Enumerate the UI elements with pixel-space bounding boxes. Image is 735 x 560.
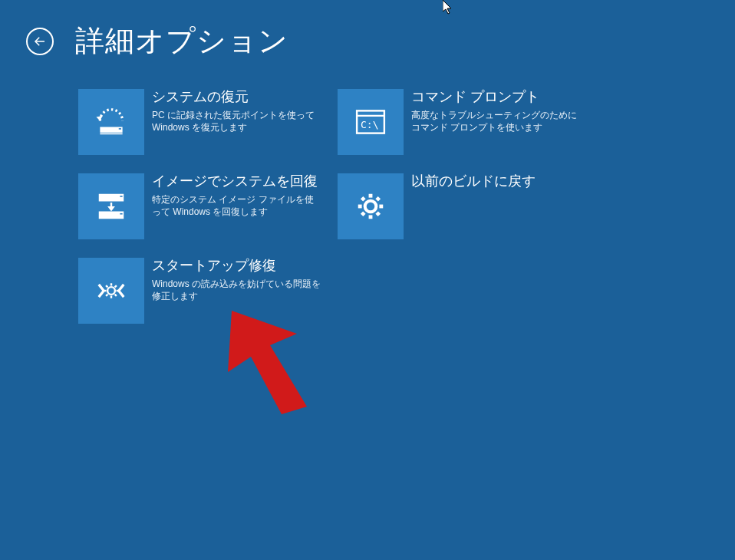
option-text: スタートアップ修復 Windows の読み込みを妨げている問題を修正します	[152, 258, 321, 302]
tile	[78, 258, 144, 324]
tile	[78, 89, 144, 155]
option-title: コマンド プロンプト	[411, 89, 580, 106]
option-desc: 高度なトラブルシューティングのためにコマンド プロンプトを使います	[411, 109, 580, 133]
svg-line-20	[377, 198, 379, 200]
svg-rect-4	[100, 133, 122, 135]
back-arrow-icon	[33, 35, 47, 48]
option-desc: PC に記録された復元ポイントを使って Windows を復元します	[152, 109, 321, 133]
svg-point-14	[365, 201, 377, 212]
svg-rect-9	[120, 196, 122, 197]
option-startup-repair[interactable]: スタートアップ修復 Windows の読み込みを妨げている問題を修正します	[78, 258, 331, 324]
svg-rect-11	[120, 213, 122, 215]
option-desc: Windows の読み込みを妨げている問題を修正します	[152, 278, 321, 302]
svg-line-19	[362, 198, 364, 200]
option-text: イメージでシステムを回復 特定のシステム イメージ ファイルを使って Windo…	[152, 173, 321, 218]
option-text: システムの復元 PC に記録された復元ポイントを使って Windows を復元し…	[152, 89, 321, 133]
page-title: 詳細オプション	[75, 21, 288, 61]
svg-marker-1	[97, 116, 103, 121]
svg-line-30	[106, 295, 107, 296]
svg-line-31	[115, 295, 117, 296]
svg-marker-32	[443, 0, 451, 14]
svg-marker-33	[228, 311, 307, 414]
svg-text:C:\: C:\	[361, 119, 378, 130]
svg-line-29	[115, 285, 117, 287]
startup-repair-icon	[91, 271, 131, 311]
option-image-recovery[interactable]: イメージでシステムを回復 特定のシステム イメージ ファイルを使って Windo…	[78, 173, 331, 239]
svg-line-28	[106, 285, 107, 287]
option-text: コマンド プロンプト 高度なトラブルシューティングのためにコマンド プロンプトを…	[411, 89, 580, 133]
gear-icon	[351, 186, 391, 226]
svg-line-21	[362, 212, 364, 215]
cmd-icon: C:\	[351, 102, 391, 142]
svg-line-22	[377, 212, 379, 215]
option-system-restore[interactable]: システムの復元 PC に記録された復元ポイントを使って Windows を復元し…	[78, 89, 331, 155]
mouse-cursor-icon	[443, 0, 453, 15]
svg-rect-8	[99, 194, 124, 202]
options-grid: システムの復元 PC に記録された復元ポイントを使って Windows を復元し…	[78, 89, 591, 324]
restore-icon	[91, 102, 131, 142]
svg-point-23	[107, 287, 115, 295]
image-recover-icon	[91, 186, 131, 226]
option-title: イメージでシステムを回復	[152, 173, 321, 190]
option-command-prompt[interactable]: C:\ コマンド プロンプト 高度なトラブルシューティングのためにコマンド プロ…	[338, 89, 591, 155]
option-text: 以前のビルドに戻す	[411, 173, 536, 193]
option-previous-build[interactable]: 以前のビルドに戻す	[338, 173, 591, 239]
option-title: スタートアップ修復	[152, 258, 321, 275]
tile	[338, 173, 404, 239]
svg-rect-2	[100, 127, 122, 133]
option-title: システムの復元	[152, 89, 321, 106]
svg-rect-10	[99, 212, 124, 219]
option-title: 以前のビルドに戻す	[411, 173, 536, 190]
tile: C:\	[338, 89, 404, 155]
option-desc: 特定のシステム イメージ ファイルを使って Windows を回復します	[152, 193, 321, 218]
svg-rect-3	[119, 128, 121, 130]
svg-marker-13	[107, 206, 115, 212]
tile	[78, 173, 144, 239]
back-button[interactable]	[26, 28, 54, 55]
